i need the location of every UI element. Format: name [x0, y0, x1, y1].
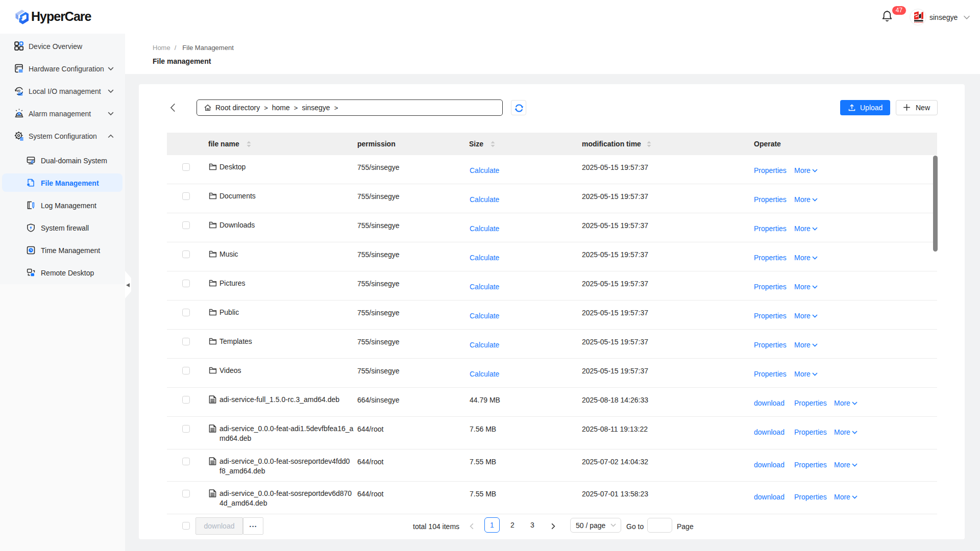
- svg-text:I/O: I/O: [16, 89, 20, 92]
